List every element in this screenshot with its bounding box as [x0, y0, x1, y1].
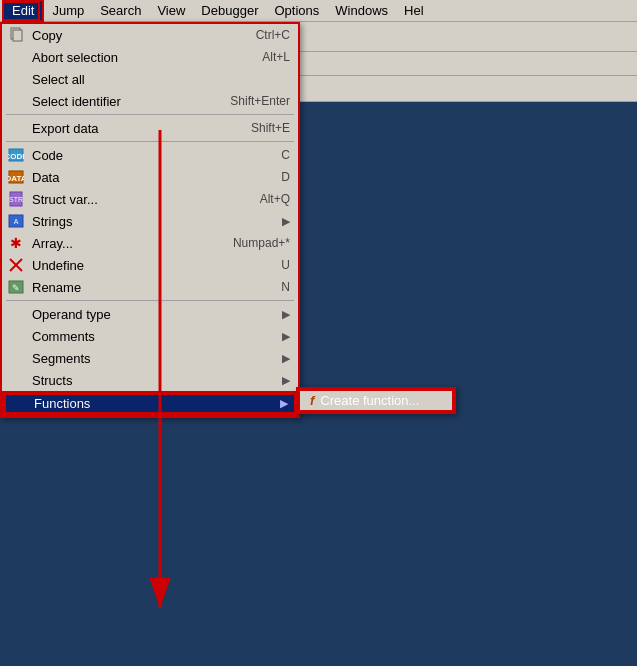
- menu-item-strings[interactable]: A Strings ▶: [2, 210, 298, 232]
- export-label: Export data: [32, 121, 247, 136]
- comments-label: Comments: [32, 329, 274, 344]
- menubar-item-search[interactable]: Search: [92, 1, 149, 20]
- select-all-label: Select all: [32, 72, 290, 87]
- separator-2: [6, 141, 294, 142]
- array-icon: ✱: [6, 233, 26, 253]
- array-shortcut: Numpad+*: [233, 236, 290, 250]
- undefine-icon: [6, 255, 26, 275]
- edit-dropdown: Copy Ctrl+C Abort selection Alt+L Select…: [0, 22, 300, 418]
- menubar-item-options[interactable]: Options: [266, 1, 327, 20]
- struct-icon: STR: [6, 189, 26, 209]
- menu-item-comments[interactable]: Comments ▶: [2, 325, 298, 347]
- function-icon: f: [310, 393, 314, 408]
- export-shortcut: Shift+E: [251, 121, 290, 135]
- rename-label: Rename: [32, 280, 277, 295]
- rename-shortcut: N: [281, 280, 290, 294]
- menu-item-abort[interactable]: Abort selection Alt+L: [2, 46, 298, 68]
- code-icon: CODE: [6, 145, 26, 165]
- comments-arrow: ▶: [282, 330, 290, 343]
- operand-arrow: ▶: [282, 308, 290, 321]
- menubar-item-jump[interactable]: Jump: [44, 1, 92, 20]
- menu-item-array[interactable]: ✱ Array... Numpad+*: [2, 232, 298, 254]
- code-label: Code: [32, 148, 277, 163]
- code-shortcut: C: [281, 148, 290, 162]
- menu-item-select-id[interactable]: Select identifier Shift+Enter: [2, 90, 298, 112]
- data-icon: DATA: [6, 167, 26, 187]
- functions-submenu[interactable]: f Create function...: [296, 387, 456, 414]
- strings-icon: A: [6, 211, 26, 231]
- separator-1: [6, 114, 294, 115]
- menu-item-code[interactable]: CODE Code C: [2, 144, 298, 166]
- strings-label: Strings: [32, 214, 274, 229]
- copy-label: Copy: [32, 28, 252, 43]
- rename-icon: ✎: [6, 277, 26, 297]
- menu-item-export[interactable]: Export data Shift+E: [2, 117, 298, 139]
- menu-item-undefine[interactable]: Undefine U: [2, 254, 298, 276]
- svg-text:DATA: DATA: [8, 174, 24, 183]
- functions-label: Functions: [34, 396, 272, 411]
- menubar-item-edit[interactable]: Edit: [2, 0, 44, 22]
- data-shortcut: D: [281, 170, 290, 184]
- menu-item-struct[interactable]: STR Struct var... Alt+Q: [2, 188, 298, 210]
- menu-item-rename[interactable]: ✎ Rename N: [2, 276, 298, 298]
- svg-text:✎: ✎: [12, 283, 20, 293]
- menu-item-operand[interactable]: Operand type ▶: [2, 303, 298, 325]
- menu-item-structs[interactable]: Structs ▶: [2, 369, 298, 391]
- data-label: Data: [32, 170, 277, 185]
- functions-arrow: ▶: [280, 397, 288, 410]
- array-label: Array...: [32, 236, 229, 251]
- segments-label: Segments: [32, 351, 274, 366]
- menubar: Edit Jump Search View Debugger Options W…: [0, 0, 637, 22]
- struct-shortcut: Alt+Q: [260, 192, 290, 206]
- separator-3: [6, 300, 294, 301]
- abort-shortcut: Alt+L: [262, 50, 290, 64]
- edit-menu[interactable]: Copy Ctrl+C Abort selection Alt+L Select…: [0, 22, 300, 418]
- structs-arrow: ▶: [282, 374, 290, 387]
- menu-item-segments[interactable]: Segments ▶: [2, 347, 298, 369]
- select-id-label: Select identifier: [32, 94, 226, 109]
- svg-text:✱: ✱: [10, 235, 22, 251]
- menubar-item-view[interactable]: View: [149, 1, 193, 20]
- segments-arrow: ▶: [282, 352, 290, 365]
- copy-shortcut: Ctrl+C: [256, 28, 290, 42]
- copy-icon: [6, 25, 26, 45]
- create-function-label: Create function...: [320, 393, 419, 408]
- select-id-shortcut: Shift+Enter: [230, 94, 290, 108]
- svg-text:CODE: CODE: [8, 152, 24, 161]
- svg-text:A: A: [14, 218, 19, 225]
- menu-item-functions[interactable]: Functions ▶ f Create function...: [2, 391, 298, 416]
- menu-item-data[interactable]: DATA Data D: [2, 166, 298, 188]
- svg-rect-15: [13, 30, 22, 41]
- menubar-item-windows[interactable]: Windows: [327, 1, 396, 20]
- strings-arrow: ▶: [282, 215, 290, 228]
- menu-item-copy[interactable]: Copy Ctrl+C: [2, 24, 298, 46]
- operand-label: Operand type: [32, 307, 274, 322]
- abort-label: Abort selection: [32, 50, 258, 65]
- undefine-shortcut: U: [281, 258, 290, 272]
- undefine-label: Undefine: [32, 258, 277, 273]
- struct-label: Struct var...: [32, 192, 256, 207]
- menubar-item-debugger[interactable]: Debugger: [193, 1, 266, 20]
- submenu-item-create-function[interactable]: f Create function...: [298, 389, 454, 412]
- structs-label: Structs: [32, 373, 274, 388]
- svg-text:STR: STR: [9, 196, 23, 203]
- menubar-item-help[interactable]: Hel: [396, 1, 432, 20]
- menu-item-select-all[interactable]: Select all: [2, 68, 298, 90]
